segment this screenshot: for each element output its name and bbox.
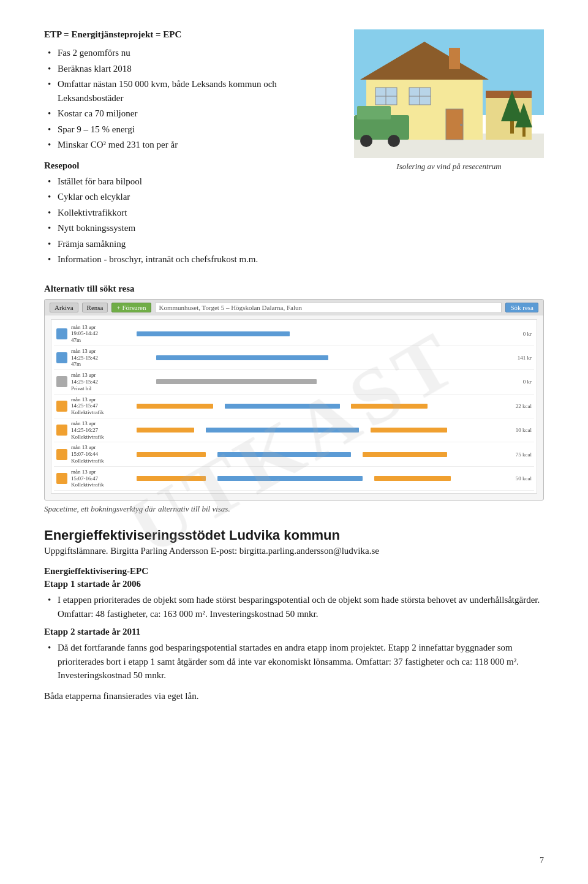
route-info: mån 13 apr19:05-14:4247m bbox=[71, 324, 114, 344]
alternativ-section: Alternativ till sökt resa Arkiva Rensa +… bbox=[44, 284, 544, 515]
route-cost: 75 kcal bbox=[504, 451, 532, 458]
route-row: mån 13 apr14:25-15:42Privat bil 0 kr bbox=[54, 370, 534, 394]
route-row: mån 13 apr14:25-16:27Kollektivtrafik 10 … bbox=[54, 418, 534, 442]
route-icon bbox=[56, 376, 67, 387]
route-info: mån 13 apr15:07-16:47Kollektivtrafik bbox=[71, 469, 114, 488]
route-timeline bbox=[118, 353, 500, 363]
route-timeline bbox=[118, 377, 500, 387]
route-info: mån 13 apr15:07-16:44Kollektivtrafik bbox=[71, 444, 114, 464]
route-timeline bbox=[118, 474, 500, 483]
svg-point-16 bbox=[360, 135, 372, 147]
route-info: mån 13 apr14:25-15:42Privat bil bbox=[71, 372, 114, 391]
route-row: mån 13 apr15:07-16:44Kollektivtrafik 75 … bbox=[54, 442, 534, 466]
browser-toolbar: Arkiva Rensa + Försuren Kommunhuset, Tor… bbox=[45, 300, 543, 315]
alternativ-title: Alternativ till sökt resa bbox=[44, 284, 544, 294]
route-row: mån 13 apr19:05-14:4247m 0 kr bbox=[54, 322, 534, 346]
svg-point-17 bbox=[388, 135, 400, 147]
resepool-bullet-2: Cyklar och elcyklar bbox=[44, 190, 334, 204]
etp-bullet-5: Spar 9 – 15 % energi bbox=[44, 123, 334, 137]
top-section: ETP = Energitjänsteprojekt = EPC Fas 2 g… bbox=[44, 29, 544, 273]
route-icon bbox=[56, 352, 67, 363]
route-timeline bbox=[118, 401, 500, 411]
route-row: mån 13 apr15:07-16:47Kollektivtrafik 50 … bbox=[54, 467, 534, 491]
epc-section-title: Energieffektivisering-EPC bbox=[44, 566, 544, 576]
resepool-title: Resepool bbox=[44, 161, 334, 171]
rensa-button[interactable]: Rensa bbox=[82, 303, 108, 312]
etapp2-title: Etapp 2 startade år 2011 bbox=[44, 627, 544, 637]
arkiva-button[interactable]: Arkiva bbox=[50, 303, 78, 312]
etp-bullet-list: Fas 2 genomförs nu Beräknas klart 2018 O… bbox=[44, 46, 334, 152]
route-list: mån 13 apr19:05-14:4247m 0 kr mån 13 apr… bbox=[51, 319, 537, 494]
svg-rect-18 bbox=[357, 106, 391, 119]
energi-section: Energieffektiviseringsstödet Ludvika kom… bbox=[44, 527, 544, 703]
route-cost: 141 kr bbox=[504, 355, 532, 361]
route-cost: 10 kcal bbox=[504, 427, 532, 433]
route-row: mån 13 apr14:25-15:47Kollektivtrafik 22 … bbox=[54, 395, 534, 418]
route-info: mån 13 apr14:25-16:27Kollektivtrafik bbox=[71, 420, 114, 440]
etp-bullet-1: Fas 2 genomförs nu bbox=[44, 46, 334, 60]
etp-bullet-6: Minskar CO² med 231 ton per år bbox=[44, 138, 334, 152]
route-icon bbox=[56, 328, 67, 339]
spacetime-caption: Spacetime, ett bokningsverktyg där alter… bbox=[44, 504, 544, 514]
resepool-bullet-3: Kollektivtrafikkort bbox=[44, 206, 334, 220]
address-bar[interactable]: Kommunhuset, Torget 5 – Högskolan Dalarn… bbox=[155, 302, 502, 313]
forsouren-button[interactable]: + Försuren bbox=[111, 303, 151, 312]
house-caption: Isolering av vind på resecentrum bbox=[396, 162, 501, 172]
route-cost: 0 kr bbox=[504, 331, 532, 337]
route-timeline bbox=[118, 450, 500, 459]
route-timeline bbox=[118, 425, 500, 435]
route-info: mån 13 apr14:25-15:47Kollektivtrafik bbox=[71, 396, 114, 416]
etapp1-title: Etapp 1 startade år 2006 bbox=[44, 579, 544, 589]
etp-title: ETP = Energitjänsteprojekt = EPC bbox=[44, 29, 334, 40]
route-cost: 50 kcal bbox=[504, 475, 532, 482]
etp-bullet-4: Kostar ca 70 miljoner bbox=[44, 107, 334, 121]
house-image-section: Isolering av vind på resecentrum bbox=[354, 29, 544, 273]
house-image bbox=[354, 29, 544, 158]
route-info: mån 13 apr14:25-15:4247m bbox=[71, 348, 114, 368]
sok-resa-button[interactable]: Sök resa bbox=[505, 303, 538, 312]
route-icon bbox=[56, 401, 67, 412]
route-cost: 0 kr bbox=[504, 379, 532, 385]
energi-title: Energieffektiviseringsstödet Ludvika kom… bbox=[44, 527, 544, 543]
svg-rect-4 bbox=[449, 48, 460, 69]
spacetime-app: Arkiva Rensa + Försuren Kommunhuset, Tor… bbox=[44, 299, 544, 501]
etapp2-list: Då det fortfarande fanns god besparingsp… bbox=[44, 641, 544, 682]
svg-point-12 bbox=[460, 124, 462, 126]
resepool-bullet-5: Främja samåkning bbox=[44, 237, 334, 251]
resepool-bullet-6: Information - broschyr, intranät och che… bbox=[44, 252, 334, 266]
etapp1-list: I etappen prioriterades de objekt som ha… bbox=[44, 593, 544, 621]
resepool-bullet-4: Nytt bokningssystem bbox=[44, 221, 334, 235]
resepool-bullet-list: Istället för bara bilpool Cyklar och elc… bbox=[44, 175, 334, 266]
energi-sub: Uppgiftslämnare. Birgitta Parling Anders… bbox=[44, 546, 544, 556]
svg-rect-14 bbox=[486, 91, 532, 98]
page-number: 7 bbox=[540, 856, 544, 866]
route-cost: 22 kcal bbox=[504, 403, 532, 409]
resepool-bullet-1: Istället för bara bilpool bbox=[44, 175, 334, 189]
route-icon bbox=[56, 449, 67, 460]
route-row: mån 13 apr14:25-15:4247m 141 kr bbox=[54, 346, 534, 370]
etp-bullet-2: Beräknas klart 2018 bbox=[44, 62, 334, 76]
final-line: Båda etapperna finansierades via eget lå… bbox=[44, 689, 544, 703]
etp-bullet-3: Omfattar nästan 150 000 kvm, både Leksan… bbox=[44, 77, 334, 105]
etapp2-bullet: Då det fortfarande fanns god besparingsp… bbox=[44, 641, 544, 682]
route-icon bbox=[56, 473, 67, 484]
route-timeline bbox=[118, 329, 500, 339]
etapp1-bullet: I etappen prioriterades de objekt som ha… bbox=[44, 593, 544, 621]
route-icon bbox=[56, 425, 67, 436]
etp-content: ETP = Energitjänsteprojekt = EPC Fas 2 g… bbox=[44, 29, 334, 273]
